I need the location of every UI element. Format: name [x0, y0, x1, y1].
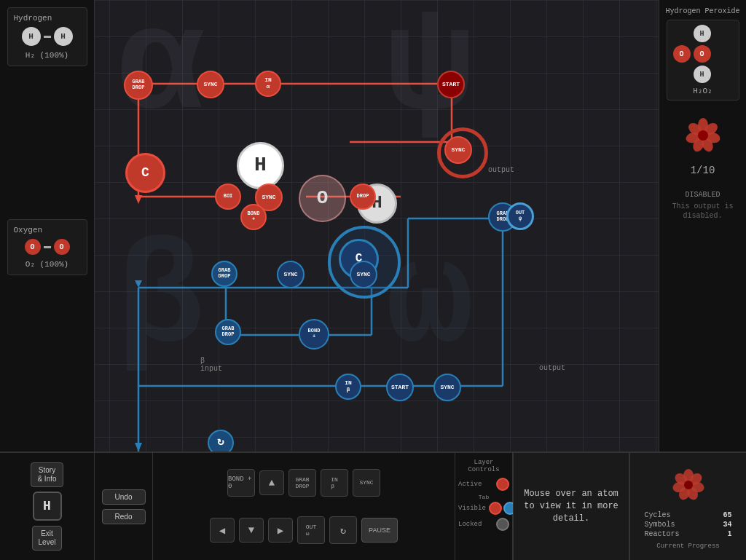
- oxygen-label: Oxygen: [14, 226, 81, 234]
- hydrogen-display: H H: [14, 27, 81, 46]
- symbols-value: 34: [723, 521, 731, 529]
- sync-red-top-node[interactable]: SYNC: [197, 71, 224, 98]
- sync-blue-2-node[interactable]: SYNC: [350, 261, 377, 288]
- disabled-section: DISABLED This output is disabled.: [663, 191, 742, 221]
- tab-label: Tab: [479, 494, 489, 500]
- h2o2-h2: H: [694, 66, 711, 83]
- story-info-button[interactable]: Story & Info: [31, 462, 63, 487]
- hydrogen-atom-1: H: [22, 27, 41, 46]
- exit-level-button[interactable]: Exit Level: [32, 526, 63, 551]
- toolbar-center: BOND + 0 ▲ GRABDROP INβ SYNC ◀ ▼ ▶ OUTω …: [153, 453, 455, 560]
- sync-red-large-node[interactable]: SYNC: [444, 136, 472, 164]
- disabled-text: This output is disabled.: [663, 202, 742, 221]
- in-beta-toolbar-btn[interactable]: INβ: [321, 469, 348, 497]
- h2o2-o1: O: [673, 45, 691, 63]
- hydrogen-bond: [44, 36, 51, 38]
- undo-button[interactable]: Undo: [102, 489, 146, 505]
- oxygen-display: O O: [14, 239, 81, 255]
- locked-label: Locked: [458, 521, 482, 528]
- left-arrow-btn[interactable]: ◀: [210, 518, 235, 543]
- locked-layer-row: Locked: [458, 518, 509, 531]
- oxygen-atom-1: O: [25, 239, 41, 255]
- in-red-node[interactable]: INα: [255, 71, 281, 97]
- bottom-toolbar: Story & Info H Exit Level Undo Redo BOND…: [0, 451, 746, 560]
- bond-blue-node[interactable]: BOND+: [299, 319, 329, 350]
- c-red-node[interactable]: C: [125, 153, 165, 193]
- symbols-label: Symbols: [645, 521, 675, 529]
- h2o2-formula: H₂O₂: [672, 86, 734, 95]
- toolbar-icons-top-row: BOND + 0 ▲ GRABDROP INβ SYNC: [227, 469, 380, 497]
- bond-plus-red-node[interactable]: BOND+: [240, 204, 267, 230]
- sync-blue-1-node[interactable]: SYNC: [277, 261, 305, 288]
- reactors-row: Reactors 1: [645, 530, 732, 538]
- info-text: Mouse over an atom to view it in more de…: [521, 488, 621, 524]
- reactors-label: Reactors: [645, 530, 680, 538]
- drop-red-node[interactable]: DROP: [350, 184, 376, 210]
- left-panel: Hydrogen H H H₂ (100%) Oxygen O O O₂ (10…: [0, 0, 95, 451]
- grab-drop-red-node[interactable]: GRABDROP: [124, 71, 153, 100]
- hydrogen-formula: H₂ (100%): [14, 50, 81, 60]
- grab-drop-blue-2-node[interactable]: GRABDROP: [215, 319, 241, 345]
- h2o2-h1: H: [694, 25, 711, 42]
- svg-marker-15: [135, 195, 142, 204]
- boi-node[interactable]: BOI: [215, 184, 241, 210]
- main-canvas[interactable]: α ψ β ω GRABDROP SYNC INα START SYNC C H…: [95, 0, 659, 451]
- start-red-node[interactable]: START: [437, 71, 465, 98]
- layer-controls: Layer Controls Active Tab Visible Locked: [455, 453, 513, 560]
- hydrogen-molecule-box: Hydrogen H H H₂ (100%): [7, 7, 87, 66]
- o-atom-pink[interactable]: O: [299, 175, 346, 222]
- active-layer-tab[interactable]: [496, 478, 509, 491]
- out-blue-node[interactable]: OUTψ: [506, 202, 534, 230]
- connections-svg: [95, 0, 659, 451]
- locked-dot[interactable]: [496, 518, 509, 531]
- cycles-label: Cycles: [645, 511, 671, 519]
- refresh-blue-node[interactable]: ↻: [208, 430, 234, 451]
- current-progress-label: Current Progress: [656, 543, 719, 550]
- start-blue-node[interactable]: START: [386, 374, 414, 401]
- beta-input-label: βinput: [200, 357, 222, 373]
- oxygen-molecule-box: Oxygen O O O₂ (100%): [7, 219, 87, 275]
- hydrogen-toolbar-icon: H: [33, 492, 62, 521]
- oxygen-bond: [44, 246, 51, 248]
- hydrogen-atom-2: H: [54, 27, 73, 46]
- grab-drop-toolbar-btn[interactable]: GRABDROP: [288, 469, 316, 497]
- in-beta-blue-node[interactable]: INβ: [335, 374, 361, 400]
- layer-controls-title: Layer Controls: [458, 459, 509, 473]
- cycles-value: 65: [723, 511, 731, 519]
- visible-red-dot[interactable]: [489, 502, 502, 515]
- h2o2-grid: H O O H: [672, 25, 734, 83]
- visible-layer-row: Visible: [458, 502, 509, 515]
- bond-plus-toolbar-btn[interactable]: BOND + 0: [227, 469, 255, 497]
- visible-label: Visible: [458, 505, 486, 512]
- right-arrow-btn[interactable]: ▶: [268, 518, 293, 543]
- stats-flower-svg: [667, 463, 710, 507]
- oxygen-formula: O₂ (100%): [14, 259, 81, 269]
- stats-panel: Cycles 65 Symbols 34 Reactors 1 Current …: [629, 453, 746, 560]
- svg-point-45: [684, 481, 693, 489]
- down-arrow-btn[interactable]: ▼: [239, 518, 264, 543]
- redo-button[interactable]: Redo: [102, 509, 146, 524]
- oxygen-atom-2: O: [54, 239, 70, 255]
- rotate-toolbar-btn[interactable]: ↻: [329, 516, 357, 544]
- white-h-atom[interactable]: H: [237, 142, 284, 189]
- active-layer-row: Active: [458, 478, 509, 491]
- svg-point-7: [698, 130, 708, 141]
- cycles-row: Cycles 65: [645, 511, 732, 519]
- progress-flower: [681, 114, 725, 157]
- beta-watermark: β: [117, 218, 204, 384]
- symbols-row: Symbols 34: [645, 521, 732, 529]
- out-omega-toolbar-btn[interactable]: OUTω: [297, 516, 325, 544]
- toolbar-left: Story & Info H Exit Level: [0, 453, 95, 560]
- up-arrow-btn[interactable]: ▲: [259, 470, 284, 495]
- hydrogen-label: Hydrogen: [14, 14, 81, 23]
- sync-blue-bottom-node[interactable]: SYNC: [433, 374, 461, 401]
- pause-button[interactable]: PAUSE: [361, 518, 398, 543]
- sync-toolbar-btn[interactable]: SYNC: [353, 469, 380, 497]
- omega-watermark: ω: [386, 218, 474, 384]
- h2o2-display: H O O H H₂O₂: [667, 20, 739, 100]
- progress-count: 1/10: [691, 165, 715, 176]
- toolbar-icons-bottom-row: ◀ ▼ ▶ OUTω ↻ PAUSE: [210, 516, 398, 544]
- right-panel: Hydrogen Peroxide H O O H H₂O₂: [659, 0, 746, 451]
- grab-drop-blue-node[interactable]: GRABDROP: [211, 261, 237, 287]
- output-label: Hydrogen Peroxide: [665, 7, 739, 15]
